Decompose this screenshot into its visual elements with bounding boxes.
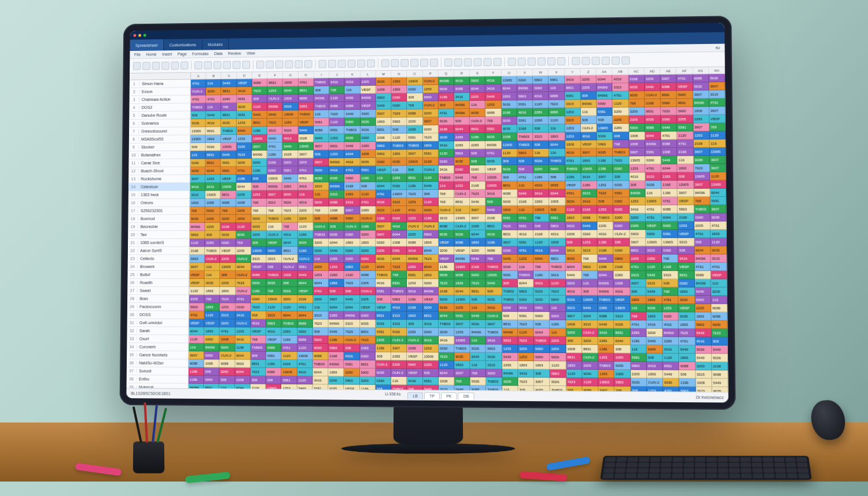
cell[interactable]: 1253 <box>423 85 439 93</box>
cell[interactable]: 84096 <box>502 328 518 336</box>
cell[interactable]: 7623 <box>282 207 298 215</box>
cell[interactable]: 2283 <box>630 222 646 230</box>
cell[interactable]: TNB03 <box>613 148 629 156</box>
cell[interactable]: 7623 <box>391 109 407 117</box>
cell[interactable]: 1186 <box>597 164 613 172</box>
cell[interactable]: VBSP <box>361 102 376 110</box>
cell[interactable]: 0260 <box>344 174 360 182</box>
cell[interactable]: 6044 <box>329 303 344 311</box>
cell[interactable]: 1186 <box>266 360 282 368</box>
cell[interactable]: 2283 <box>598 337 615 345</box>
cell[interactable]: 508 <box>565 238 582 247</box>
row-header[interactable]: 151303 heck <box>128 191 190 199</box>
ribbon-button[interactable] <box>142 62 150 70</box>
cell[interactable]: 3416 <box>678 255 694 263</box>
cell[interactable]: 7623 <box>423 133 439 141</box>
cell[interactable]: 3907 <box>693 148 709 156</box>
cell[interactable]: OUN-2 <box>267 230 282 238</box>
cell[interactable]: 1008 <box>376 86 392 94</box>
cell[interactable]: 4016 <box>454 76 470 84</box>
cell[interactable]: 9035 <box>236 231 252 239</box>
cell[interactable]: 4761 <box>565 157 581 165</box>
cell[interactable]: 1253 <box>565 108 581 116</box>
cell[interactable]: 84096 <box>329 158 345 166</box>
cell[interactable]: 6044 <box>282 238 298 247</box>
cell[interactable]: 2283 <box>360 344 376 352</box>
cell[interactable]: 9088 <box>486 247 502 255</box>
cell[interactable]: 3416 <box>646 321 663 329</box>
cell[interactable]: 5863 <box>582 263 598 271</box>
ribbon-button[interactable] <box>256 60 264 68</box>
cell[interactable]: 9088 <box>360 271 376 279</box>
cell[interactable]: 5026 <box>391 214 407 222</box>
cell[interactable]: TNB03 <box>298 110 314 118</box>
cell[interactable]: 4016 <box>282 230 298 238</box>
cell[interactable]: 1186 <box>283 118 299 126</box>
cell[interactable]: 1008 <box>661 148 678 156</box>
cell[interactable]: 116 <box>470 101 486 109</box>
cell[interactable]: VBSP <box>360 303 376 311</box>
tab-modules[interactable]: Modules <box>202 38 229 50</box>
cell[interactable]: 1893 <box>344 238 360 247</box>
cell[interactable]: 5900 <box>597 100 613 108</box>
cell[interactable]: 9088 <box>549 108 565 116</box>
cell[interactable]: 84096 <box>694 255 711 263</box>
cell[interactable]: 13905 <box>267 174 282 182</box>
cell[interactable]: 7623 <box>391 263 407 271</box>
cell[interactable]: 2205 <box>236 247 251 255</box>
col-header[interactable]: W <box>533 69 549 75</box>
cell[interactable]: 116 <box>190 151 206 159</box>
cell[interactable]: 6044 <box>694 246 711 254</box>
cell[interactable]: 0260 <box>344 230 360 238</box>
cell[interactable]: 5863 <box>695 321 711 329</box>
cell[interactable]: 3907 <box>630 279 646 287</box>
cell[interactable]: 116 <box>709 139 726 148</box>
cell[interactable]: 4016 <box>376 198 391 206</box>
cell[interactable]: 7623 <box>470 190 486 198</box>
row-header[interactable]: 34Coronerb <box>127 343 188 351</box>
row-header[interactable]: 24Browent <box>128 263 189 271</box>
cell[interactable]: 3315 <box>645 172 661 181</box>
cell[interactable]: 2283 <box>661 172 678 181</box>
cell[interactable]: 2283 <box>502 361 518 369</box>
cell[interactable]: 8831 <box>251 360 266 368</box>
cell[interactable]: 5449 <box>423 182 439 190</box>
cell[interactable]: 0260 <box>439 344 454 352</box>
row-header[interactable]: 13Rockshome <box>128 175 190 183</box>
cell[interactable]: 2205 <box>631 370 647 378</box>
cell[interactable]: 0260 <box>376 238 391 247</box>
cell[interactable]: 2168 <box>439 125 454 133</box>
cell[interactable]: 5581 <box>344 360 360 368</box>
ribbon-button[interactable] <box>454 58 462 66</box>
cell[interactable]: 308 <box>613 172 630 181</box>
cell[interactable]: 2205 <box>677 115 693 123</box>
cell[interactable]: 768 <box>220 207 236 215</box>
ribbon-button[interactable] <box>591 57 599 65</box>
cell[interactable]: 5449 <box>297 271 313 279</box>
cell[interactable]: 1253 <box>565 124 581 132</box>
cell[interactable]: 2168 <box>470 182 486 190</box>
cell[interactable]: 5026 <box>613 181 630 189</box>
cell[interactable]: 1120 <box>266 303 282 311</box>
cell[interactable]: 508 <box>694 238 711 246</box>
cell[interactable]: VBSP <box>581 140 597 148</box>
cell[interactable]: 9088 <box>661 139 677 148</box>
cell[interactable]: 84096 <box>314 94 329 102</box>
cell[interactable]: 4761 <box>298 166 314 174</box>
cell[interactable]: 3416 <box>407 247 422 255</box>
cell[interactable]: 3315 <box>251 255 267 263</box>
cell[interactable]: 6044 <box>597 75 613 83</box>
cell[interactable]: 0260 <box>391 93 407 101</box>
cell[interactable]: 4016 <box>486 230 502 238</box>
cell[interactable]: TNB03 <box>267 215 282 223</box>
cell[interactable]: OUN-2 <box>344 336 360 344</box>
ribbon-button[interactable] <box>612 56 620 64</box>
cell[interactable]: 9088 <box>329 102 345 110</box>
cell[interactable]: OUN-2 <box>313 222 329 230</box>
cell[interactable]: 9088 <box>582 214 598 222</box>
col-header[interactable]: J <box>329 71 345 78</box>
cell[interactable]: 1008 <box>205 199 221 207</box>
cell[interactable]: 5900 <box>407 361 422 369</box>
cell[interactable]: 9088 <box>711 304 727 312</box>
cell[interactable]: 9035 <box>282 190 298 199</box>
